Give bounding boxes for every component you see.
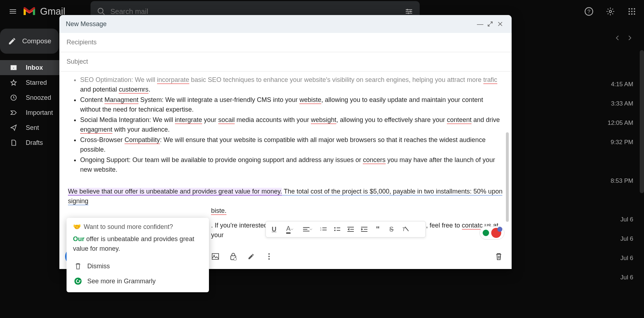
mail-time: 8:53 PM [611, 177, 633, 187]
svg-point-47 [74, 278, 82, 285]
more-options-button[interactable] [262, 249, 276, 264]
grammarly-question: 🤝 Want to sound more confident? [73, 223, 203, 231]
svg-point-10 [634, 8, 635, 10]
svg-point-16 [634, 13, 635, 15]
logo-area[interactable]: Gmail [23, 4, 65, 19]
mail-time: Jul 6 [620, 216, 633, 225]
discard-button[interactable] [492, 249, 506, 264]
dialog-titlebar: New Message — [59, 15, 512, 33]
gmail-logo-icon [23, 4, 37, 19]
body-trail-1: biste. [211, 206, 503, 216]
prev-page-button[interactable] [614, 34, 621, 41]
expand-button[interactable] [485, 19, 495, 29]
trash-icon [73, 263, 83, 270]
help-icon[interactable]: ? [581, 4, 597, 19]
pencil-icon [8, 37, 16, 45]
mail-time: 9:32 PM [611, 139, 633, 148]
svg-point-44 [268, 253, 270, 255]
svg-point-13 [634, 11, 635, 12]
recipients-field[interactable]: Recipients [59, 33, 512, 52]
pager-nav [614, 34, 633, 41]
strikethrough-button[interactable]: S [385, 223, 397, 235]
align-button[interactable] [299, 223, 316, 235]
close-button[interactable] [495, 19, 505, 29]
svg-point-25 [334, 227, 336, 229]
svg-point-7 [609, 10, 612, 13]
signature-button[interactable] [244, 249, 258, 264]
grammarly-badge[interactable] [479, 226, 504, 240]
clock-icon [9, 94, 19, 101]
mail-time: 12:05 AM [608, 119, 633, 129]
bullet-browser: Cross-Browser Compatbility: We will ensu… [80, 135, 503, 155]
sidebar-item-label: Drafts [26, 139, 43, 147]
grammarly-status-icon [491, 228, 501, 238]
mail-time: 4:15 AM [611, 81, 633, 90]
grammarly-suggestion[interactable]: Our offer is unbeatable and provides gre… [73, 234, 203, 254]
svg-point-11 [629, 11, 630, 12]
bullet-social: Social Media Integration: We will interg… [80, 115, 503, 134]
next-page-button[interactable] [626, 34, 633, 41]
body-scrollbar[interactable] [506, 132, 509, 222]
subject-placeholder: Subject [67, 58, 88, 65]
svg-point-9 [631, 8, 633, 10]
svg-point-46 [268, 258, 270, 260]
menu-button[interactable] [4, 3, 21, 20]
tune-icon[interactable] [405, 7, 413, 16]
grammarly-dismiss-button[interactable]: Dismiss [73, 259, 203, 274]
remove-format-button[interactable]: T [399, 223, 411, 235]
compose-label: Compose [22, 37, 51, 45]
svg-point-26 [334, 230, 336, 231]
recipients-placeholder: Recipients [67, 39, 97, 46]
grammarly-logo-icon [73, 277, 83, 285]
bulleted-list-button[interactable] [331, 223, 343, 235]
minimize-button[interactable]: — [475, 19, 485, 29]
indent-less-button[interactable] [345, 223, 357, 235]
svg-point-43 [234, 258, 236, 260]
search-input[interactable] [111, 8, 405, 16]
numbered-list-button[interactable]: 12 [317, 223, 330, 235]
svg-text:2: 2 [320, 229, 322, 231]
svg-rect-2 [407, 9, 408, 10]
indent-more-button[interactable] [358, 223, 370, 235]
handshake-icon: 🤝 [73, 223, 81, 231]
important-icon [9, 109, 19, 116]
svg-rect-40 [212, 254, 219, 259]
svg-text:?: ? [587, 8, 590, 14]
apps-icon[interactable] [624, 4, 640, 19]
dialog-title: New Message [66, 20, 107, 28]
mail-time: 3:33 AM [611, 100, 633, 109]
compose-button[interactable]: Compose [0, 29, 59, 54]
file-icon [9, 139, 19, 146]
svg-rect-3 [410, 11, 411, 12]
svg-point-15 [631, 13, 633, 15]
svg-point-8 [629, 8, 630, 10]
sidebar-item-label: Starred [26, 79, 47, 87]
subject-field[interactable]: Subject [59, 52, 512, 72]
main-scrollbar[interactable] [640, 50, 644, 193]
svg-point-14 [629, 13, 630, 15]
confidential-button[interactable] [226, 249, 240, 264]
svg-line-36 [405, 227, 409, 231]
svg-line-1 [102, 13, 104, 15]
sidebar-item-label: Important [26, 109, 53, 117]
settings-icon[interactable] [602, 4, 618, 19]
svg-point-45 [268, 256, 270, 257]
grammarly-popup: 🤝 Want to sound more confident? Our offe… [67, 218, 209, 292]
grammarly-more-button[interactable]: See more in Grammarly [73, 274, 203, 289]
quote-button[interactable]: " [372, 223, 384, 235]
format-toolbar: U A 12 " S T [265, 221, 426, 238]
image-button[interactable] [208, 249, 223, 264]
mail-time: Jul 6 [620, 274, 633, 283]
sidebar-item-label: Snoozed [26, 94, 51, 102]
underline-button[interactable]: U [268, 223, 280, 235]
bullet-seo: SEO Optimization: We will incorparate ba… [80, 75, 503, 94]
body-paragraph-1: We believe that our offer is unbeatable … [68, 187, 503, 206]
search-icon[interactable] [97, 7, 106, 16]
mail-time: Jul 6 [620, 255, 633, 264]
text-color-button[interactable]: A [282, 223, 298, 235]
sent-icon [9, 124, 19, 131]
svg-point-41 [214, 255, 215, 256]
bullet-support: Ongoing Support: Our team will be availa… [80, 155, 503, 175]
grammarly-check-icon [483, 230, 489, 236]
sidebar-item-label: Sent [26, 124, 39, 132]
